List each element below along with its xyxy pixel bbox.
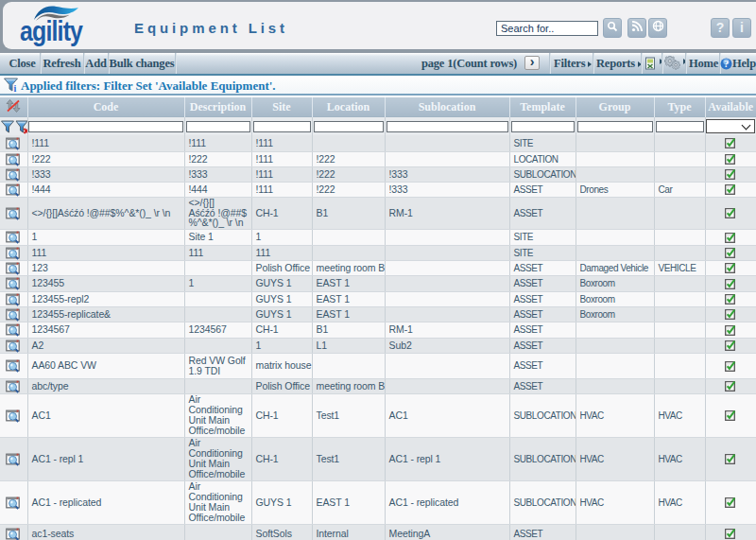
svg-text:?: ? xyxy=(724,59,729,69)
svg-text:i: i xyxy=(14,83,17,93)
